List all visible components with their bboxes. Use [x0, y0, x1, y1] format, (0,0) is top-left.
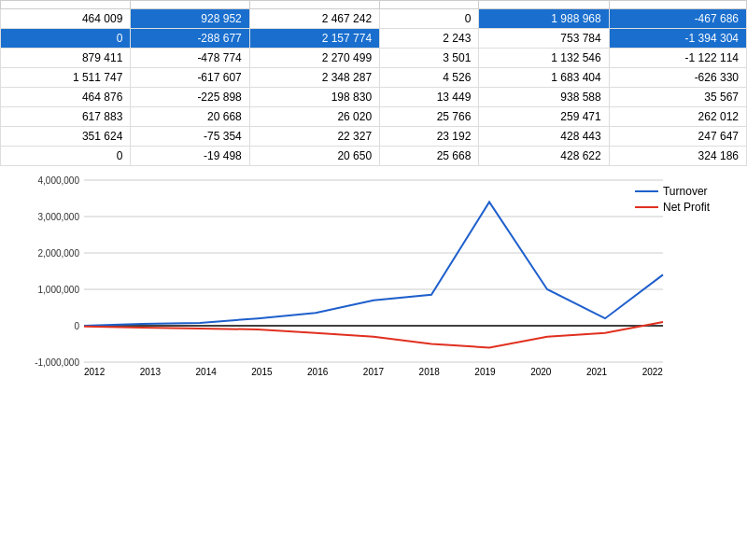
col-header-fixed-assets [380, 1, 479, 9]
svg-text:2,000,000: 2,000,000 [38, 248, 80, 259]
legend-netprofit: Net Profit [635, 201, 710, 214]
table-cell: 13 449 [380, 88, 479, 107]
x-axis-label: 2022 [642, 367, 663, 377]
table-cell: 259 471 [479, 107, 609, 127]
table-cell: 20 668 [131, 107, 249, 127]
table-cell: 25 766 [380, 107, 479, 127]
x-axis-label: 2012 [84, 367, 105, 377]
svg-text:1,000,000: 1,000,000 [38, 285, 80, 295]
table-cell: 2 348 287 [249, 68, 379, 88]
table-cell: 2 467 242 [249, 9, 379, 29]
table-row: 351 624-75 35422 32723 192428 443247 647 [1, 127, 747, 147]
table-cell: 753 784 [479, 29, 609, 49]
table-cell: -1 394 304 [609, 29, 746, 49]
table-row: 1 511 747-617 6072 348 2874 5261 683 404… [1, 68, 747, 88]
table-row: 0-288 6772 157 7742 243753 784-1 394 304 [1, 29, 747, 49]
x-axis-label: 2020 [530, 367, 551, 377]
svg-text:-1,000,000: -1,000,000 [35, 357, 79, 368]
table-cell: 428 443 [479, 127, 609, 147]
x-axis-label: 2013 [140, 367, 161, 377]
financial-table: 464 009928 9522 467 24201 988 968-467 68… [0, 0, 747, 166]
table-cell: -75 354 [131, 127, 249, 147]
x-axis-label: 2021 [586, 367, 607, 377]
x-axis-label: 2018 [419, 367, 440, 377]
table-cell: 1 988 968 [479, 9, 609, 29]
col-header-equity [609, 1, 746, 9]
table-cell: -467 686 [609, 9, 746, 29]
table-cell: 428 622 [479, 147, 609, 166]
table-cell: 4 526 [380, 68, 479, 88]
table-cell: 464 009 [1, 9, 131, 29]
table-cell: 1 132 546 [479, 49, 609, 68]
table-cell: 1 683 404 [479, 68, 609, 88]
table-cell: -626 330 [609, 68, 746, 88]
table-cell: -478 774 [131, 49, 249, 68]
table-cell: 22 327 [249, 127, 379, 147]
table-cell: 26 020 [249, 107, 379, 127]
x-axis-label: 2016 [307, 367, 328, 377]
table-cell: -1 122 114 [609, 49, 746, 68]
legend-turnover: Turnover [635, 185, 710, 198]
table-cell: 879 411 [1, 49, 131, 68]
table-cell: 464 876 [1, 88, 131, 107]
table-cell: 35 567 [609, 88, 746, 107]
svg-text:4,000,000: 4,000,000 [38, 175, 80, 186]
table-cell: 262 012 [609, 107, 746, 127]
table-cell: -617 607 [131, 68, 249, 88]
col-header-current-assets [479, 1, 609, 9]
x-axis-label: 2019 [474, 367, 495, 377]
x-axis-label: 2015 [251, 367, 272, 377]
table-row: 879 411-478 7742 270 4993 5011 132 546-1… [1, 49, 747, 68]
table-cell: 0 [1, 147, 131, 166]
table-cell: 0 [380, 9, 479, 29]
chart-plot-area: -1,000,00001,000,0002,000,0003,000,0004,… [84, 180, 663, 362]
chart-section: -1,000,00001,000,0002,000,0003,000,0004,… [0, 166, 747, 409]
table-row: 617 88320 66826 02025 766259 471262 012 [1, 107, 747, 127]
table-cell: -225 898 [131, 88, 249, 107]
table-cell: 2 157 774 [249, 29, 379, 49]
table-cell: 1 511 747 [1, 68, 131, 88]
table-row: 0-19 49820 65025 668428 622324 186 [1, 147, 747, 166]
col-header-net-profit [131, 1, 249, 9]
x-axis-label: 2014 [196, 367, 217, 377]
svg-text:0: 0 [74, 321, 79, 331]
table-row: 464 009928 9522 467 24201 988 968-467 68… [1, 9, 747, 29]
table-cell: 3 501 [380, 49, 479, 68]
table-row: 464 876-225 898198 83013 449938 58835 56… [1, 88, 747, 107]
table-cell: 2 270 499 [249, 49, 379, 68]
chart-container: -1,000,00001,000,0002,000,0003,000,0004,… [33, 175, 714, 409]
x-axis-labels: 2012201320142015201620172018201920202021… [84, 367, 663, 377]
x-axis-label: 2017 [363, 367, 384, 377]
table-cell: 928 952 [131, 9, 249, 29]
table-cell: 2 243 [380, 29, 479, 49]
svg-text:3,000,000: 3,000,000 [38, 212, 80, 222]
col-header-debts [249, 1, 379, 9]
table-cell: 247 647 [609, 127, 746, 147]
table-cell: 23 192 [380, 127, 479, 147]
table-cell: 25 668 [380, 147, 479, 166]
table-cell: 0 [1, 29, 131, 49]
table-cell: 20 650 [249, 147, 379, 166]
table-cell: 198 830 [249, 88, 379, 107]
table-cell: 351 624 [1, 127, 131, 147]
table-cell: 617 883 [1, 107, 131, 127]
table-cell: 938 588 [479, 88, 609, 107]
table-cell: -19 498 [131, 147, 249, 166]
table-cell: -288 677 [131, 29, 249, 49]
chart-legend: Turnover Net Profit [635, 185, 710, 217]
col-header-0 [1, 1, 131, 9]
table-cell: 324 186 [609, 147, 746, 166]
